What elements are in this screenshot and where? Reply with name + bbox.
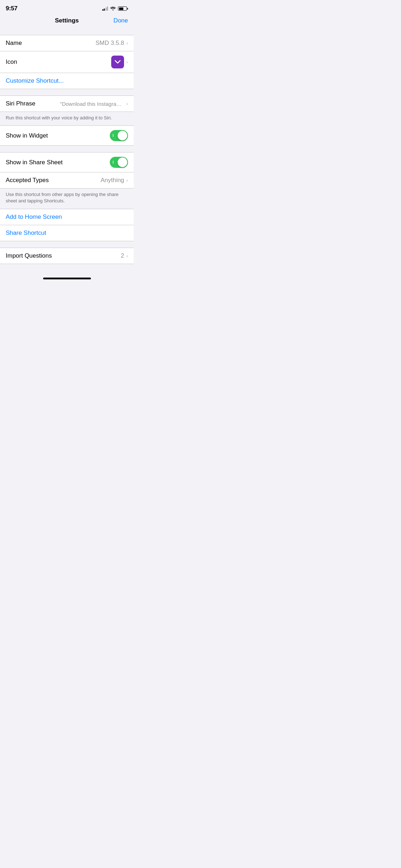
name-chevron-icon: › — [126, 40, 128, 46]
section-name-icon: Name SMD 3.5.8 › Icon › Customize Shortc… — [0, 35, 134, 89]
siri-phrase-row[interactable]: Siri Phrase "Download this Instagram vi.… — [0, 96, 134, 112]
show-in-widget-label: Show in Widget — [6, 132, 48, 139]
import-questions-chevron-icon: › — [126, 253, 128, 259]
show-in-widget-toggle[interactable]: I — [110, 130, 128, 141]
icon-chevron-icon: › — [126, 59, 128, 65]
battery-icon — [118, 6, 128, 11]
done-button[interactable]: Done — [107, 17, 128, 24]
accepted-types-value: Anything — [101, 177, 124, 184]
section-import: Import Questions 2 › — [0, 248, 134, 264]
name-right: SMD 3.5.8 › — [96, 40, 128, 47]
add-to-home-screen-label: Add to Home Screen — [6, 213, 62, 221]
name-value: SMD 3.5.8 — [96, 40, 124, 47]
name-row[interactable]: Name SMD 3.5.8 › — [0, 35, 134, 51]
section-gap-1 — [0, 29, 134, 35]
import-questions-label: Import Questions — [6, 252, 52, 259]
show-in-share-sheet-toggle[interactable]: I — [110, 157, 128, 168]
customize-shortcut-row[interactable]: Customize Shortcut... — [0, 73, 134, 89]
siri-phrase-label: Siri Phrase — [6, 100, 35, 107]
status-bar: 9:57 — [0, 0, 134, 14]
show-in-share-sheet-label: Show in Share Sheet — [6, 159, 63, 166]
section-share-sheet: Show in Share Sheet I Accepted Types Any… — [0, 152, 134, 188]
name-label: Name — [6, 40, 22, 47]
status-time: 9:57 — [6, 5, 17, 12]
page-title: Settings — [27, 17, 107, 24]
status-icons — [102, 5, 128, 12]
siri-footer: Run this shortcut with your voice by add… — [0, 112, 134, 125]
home-indicator — [0, 275, 134, 283]
siri-description: Run this shortcut with your voice by add… — [6, 115, 112, 120]
share-sheet-footer: Use this shortcut from other apps by ope… — [0, 188, 134, 208]
accepted-types-label: Accepted Types — [6, 177, 49, 184]
signal-icon — [102, 6, 108, 11]
section-gap-4 — [0, 241, 134, 248]
section-gap-3 — [0, 146, 134, 152]
siri-chevron-icon: › — [126, 101, 128, 107]
import-questions-right: 2 › — [121, 252, 128, 259]
siri-phrase-value: "Download this Instagram vi... — [60, 101, 124, 107]
icon-thumbnail — [111, 56, 124, 68]
toggle-knob-2 — [118, 157, 127, 167]
siri-phrase-right: "Download this Instagram vi... › — [60, 101, 128, 107]
add-to-home-screen-row[interactable]: Add to Home Screen — [0, 209, 134, 225]
icon-right: › — [111, 56, 128, 68]
section-siri: Siri Phrase "Download this Instagram vi.… — [0, 95, 134, 112]
share-sheet-description: Use this shortcut from other apps by ope… — [6, 192, 119, 203]
home-bar — [43, 278, 91, 279]
share-shortcut-label: Share Shortcut — [6, 229, 46, 237]
section-gap-2 — [0, 89, 134, 95]
wifi-icon — [110, 5, 116, 12]
accepted-types-chevron-icon: › — [126, 177, 128, 183]
share-shortcut-row[interactable]: Share Shortcut — [0, 225, 134, 241]
import-questions-value: 2 — [121, 252, 124, 259]
toggle-knob — [118, 131, 127, 140]
icon-label: Icon — [6, 58, 17, 66]
show-in-share-sheet-row: Show in Share Sheet I — [0, 153, 134, 172]
section-widget: Show in Widget I — [0, 125, 134, 146]
section-home-share: Add to Home Screen Share Shortcut — [0, 209, 134, 241]
nav-bar: Settings Done — [0, 14, 134, 29]
import-questions-row[interactable]: Import Questions 2 › — [0, 248, 134, 264]
bottom-gap — [0, 264, 134, 275]
icon-row[interactable]: Icon › — [0, 51, 134, 73]
accepted-types-row[interactable]: Accepted Types Anything › — [0, 172, 134, 188]
accepted-types-right: Anything › — [101, 177, 128, 184]
show-in-widget-row: Show in Widget I — [0, 126, 134, 145]
customize-shortcut-label: Customize Shortcut... — [6, 77, 64, 84]
